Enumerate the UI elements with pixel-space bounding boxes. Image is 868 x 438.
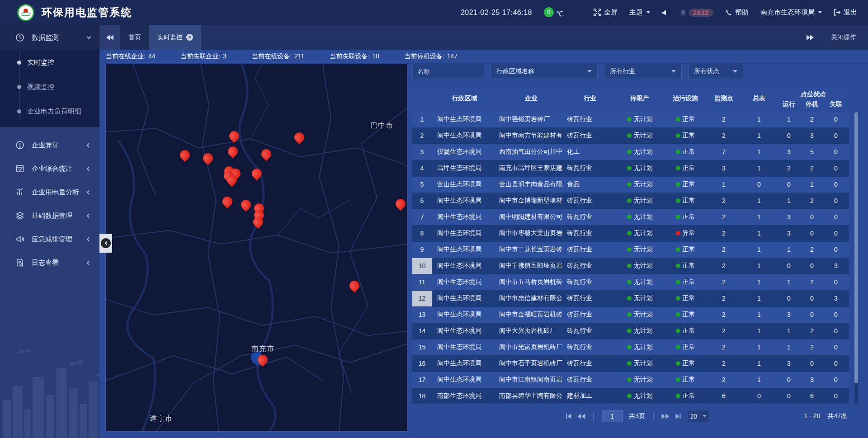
tabs-scroll-right-button[interactable] [807,35,814,40]
row-total-meter: 1 [741,241,777,258]
sidebar-item-realtime-monitoring[interactable]: 实时监控 [0,50,99,75]
row-region: 阆中生态环境局 [432,323,497,339]
row-company: 阆中市南方节能建材有 [497,127,565,144]
map-pin[interactable] [250,166,264,180]
map-pin[interactable] [393,197,407,211]
map-pin[interactable] [292,130,306,144]
map-panel[interactable]: 巴中市 南充市 遂宁市 [105,64,408,432]
page-number-input[interactable] [602,410,623,422]
row-monitor-points: 7 [706,144,741,160]
table-row[interactable]: 15 阆中生态环境局 阆中市光富页岩机砖厂 砖瓦行业 无计划 正常 2 1 1 … [412,339,849,355]
map-pin[interactable] [347,278,361,292]
row-region: 阆中生态环境局 [432,372,497,388]
map-pin[interactable] [259,147,273,161]
table-row[interactable]: 14 阆中生态环境局 阆中大兴页岩机砖厂 砖瓦行业 无计划 正常 2 1 1 2… [412,323,849,339]
fullscreen-button[interactable]: 全屏 [594,8,618,17]
map-collapse-button[interactable] [99,234,112,253]
total-count-label: 共47条 [827,412,847,420]
table-row[interactable]: 8 阆中生态环境局 阆中市枣碧大梁山页岩 砖瓦行业 无计划 异常 2 1 3 0… [412,225,849,241]
region-filter-select[interactable]: 行政区域名称 [491,64,598,79]
table-row[interactable]: 7 阆中生态环境局 阆中明阳建材有限公司 砖瓦行业 无计划 正常 2 1 3 0… [412,209,849,225]
row-stopped: 6 [801,388,823,404]
scrollbar-thumb[interactable] [854,112,858,383]
row-total-meter: 0 [741,388,777,404]
theme-dropdown[interactable]: 主题 [629,8,650,17]
table-row[interactable]: 4 高坪生态环境局 南充市高坪区王家店建 砖瓦行业 无计划 正常 3 1 2 2… [412,160,849,176]
page-size-select[interactable]: 20 [687,410,710,422]
row-monitor-points: 2 [706,339,741,355]
filter-bar: 行政区域名称 所有行业 所有状态 [412,64,863,79]
sidebar-item-enterprise-abnormal[interactable]: 企业异常 [0,133,99,157]
last-page-button[interactable] [676,414,681,419]
sidebar-item-power-load-detail[interactable]: 企业电力负荷明细 [0,99,99,123]
row-company: 阆中市二龙长宝页岩砖 [497,241,565,258]
help-button[interactable]: 帮助 [725,8,749,17]
map-pin[interactable] [255,353,269,367]
sidebar-item-enterprise-statistics[interactable]: 企业综合统计 [0,157,99,180]
table-row[interactable]: 1 阆中生态环境局 阆中强锐页岩砖厂 砖瓦行业 无计划 正常 2 1 1 2 0 [412,111,849,127]
mute-speaker-button[interactable] [662,9,668,16]
prev-page-button[interactable] [577,414,585,419]
table-row[interactable]: 18 南部生态环境局 南部县碧华土陶有限公 建材加工 无计划 正常 6 0 0 … [412,388,849,404]
chevron-down-icon [87,35,91,39]
map-pin[interactable] [178,148,192,162]
map-pin[interactable] [226,144,240,158]
map-pin[interactable] [201,151,215,165]
row-running: 1 [777,241,801,258]
chevron-down-icon [671,70,676,73]
table-row[interactable]: 3 仪陇生态环境局 西南油气田分公司川中 化工 无计划 正常 7 1 3 5 0 [412,144,849,160]
table-row[interactable]: 12 阆中生态环境局 阆中市忠信建材有限公 砖瓦行业 无计划 正常 2 1 0 … [412,290,849,306]
map-pin[interactable] [239,198,253,212]
row-running: 1 [777,323,801,339]
sidebar-item-emergency-reduction[interactable]: 应急减排管理 [0,227,99,251]
col-limit-production: 停限产 [615,86,665,111]
row-limit-production: 无计划 [615,111,665,127]
table-row[interactable]: 16 阆中生态环境局 阆中市石子页岩机砖厂 砖瓦行业 无计划 正常 2 1 3 … [412,355,849,372]
row-company: 阆中强锐页岩砖厂 [497,111,565,127]
table-row[interactable]: 17 阆中生态环境局 阆中市江南镇阆南页岩 砖瓦行业 无计划 正常 2 1 0 … [412,372,849,388]
row-limit-production: 无计划 [615,372,665,388]
status-bar: 当前在线企业:44 当前失联企业:3 当前在线设备:211 当前失联设备:10 … [99,50,868,64]
app-header: 环保用电监管系统 2021-02-25 17:46:18 0 ℃ 全屏 主题 2… [0,0,868,25]
row-stopped: 0 [801,258,823,274]
sidebar-item-log-view[interactable]: 日志查看 [0,251,99,274]
tab-home[interactable]: 首页 [120,25,149,50]
row-pollution-facility: 正常 [665,274,706,290]
sidebar-item-base-data-management[interactable]: 基础数据管理 [0,204,99,227]
row-stopped: 3 [801,127,823,144]
logout-button[interactable]: 退出 [834,8,857,17]
facility-status-dot [676,150,680,154]
sidebar-item-power-usage-analysis[interactable]: 企业用电量分析 [0,180,99,204]
name-filter-input[interactable] [412,64,484,79]
tab-realtime-monitoring[interactable]: 实时监控 ✕ [149,25,201,50]
row-total-meter: 1 [741,339,777,355]
table-row[interactable]: 13 阆中生态环境局 阆中市金福旺页岩机砖 砖瓦行业 无计划 正常 2 1 3 … [412,306,849,323]
row-company: 南部县碧华土陶有限公 [497,388,565,404]
tab-close-icon[interactable]: ✕ [186,34,193,41]
first-page-button[interactable] [566,414,571,419]
notification-button[interactable]: 2632 [680,9,713,17]
map-pin[interactable] [227,129,241,143]
table-row[interactable]: 6 阆中生态环境局 阆中市金博瑞新型墙材 砖瓦行业 无计划 正常 2 1 1 2… [412,193,849,209]
status-filter-select[interactable]: 所有状态 [688,64,743,79]
table-body-viewport: 1 阆中生态环境局 阆中强锐页岩砖厂 砖瓦行业 无计划 正常 2 1 1 2 0 [412,111,863,404]
row-company: 阆中市忠信建材有限公 [497,290,565,306]
table-row[interactable]: 10 阆中生态环境局 阆中千佛镇五郎垭页岩 砖瓦行业 无计划 正常 2 1 0 … [412,258,849,274]
main-content: 当前在线企业:44 当前失联企业:3 当前在线设备:211 当前失联设备:10 … [99,50,868,438]
row-pollution-facility: 正常 [665,127,706,144]
sidebar-item-video-monitoring[interactable]: 视频监控 [0,75,99,99]
row-index: 6 [412,193,432,209]
table-row[interactable]: 2 阆中生态环境局 阆中市南方节能建材有 砖瓦行业 无计划 正常 2 1 0 3… [412,127,849,144]
statistics-window-icon [15,164,24,173]
industry-filter-select[interactable]: 所有行业 [604,64,682,79]
sidebar-item-data-monitoring[interactable]: 数据监测 [0,25,99,50]
table-row[interactable]: 11 阆中生态环境局 阆中市五马桥页岩机砖 砖瓦行业 无计划 正常 2 1 1 … [412,274,849,290]
next-page-button[interactable] [662,414,670,419]
row-stopped: 0 [801,290,823,306]
table-row[interactable]: 9 阆中生态环境局 阆中市二龙长宝页岩砖 砖瓦行业 无计划 正常 2 1 1 2… [412,241,849,258]
table-row[interactable]: 5 营山生态环境局 营山县润丰肉食品有限 食品 无计划 正常 1 0 0 1 0 [412,176,849,193]
close-operations-button[interactable]: 关闭操作 [831,33,856,42]
map-pin[interactable] [220,194,234,208]
tabs-scroll-left-button[interactable] [99,25,120,50]
organization-dropdown[interactable]: 南充市生态环境局 [760,8,822,17]
